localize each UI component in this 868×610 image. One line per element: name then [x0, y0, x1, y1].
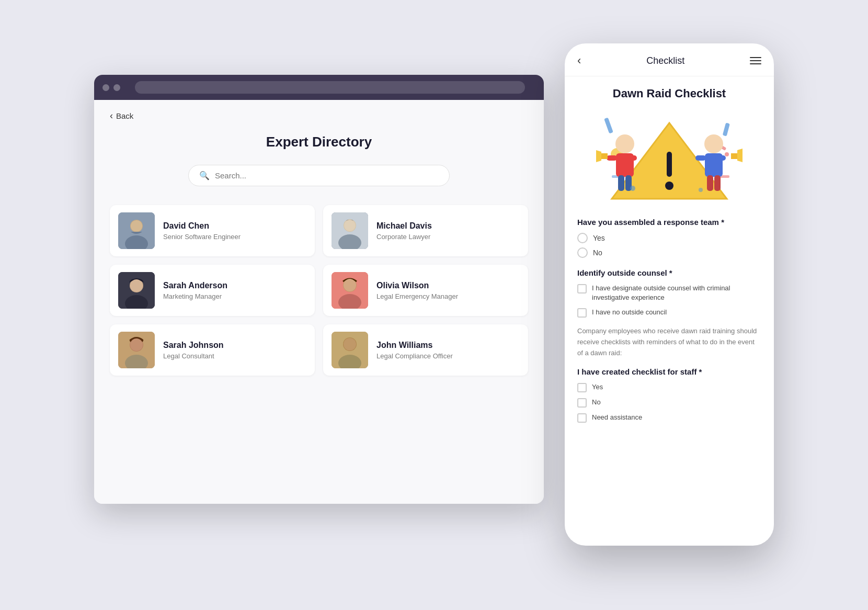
expert-name: Sarah Johnson [163, 341, 306, 350]
checkbox-label-assistance: Need assistance [592, 413, 642, 422]
search-icon: 🔍 [199, 171, 210, 180]
expert-name: Sarah Anderson [163, 281, 306, 290]
page-title: Expert Directory [110, 134, 528, 150]
svg-rect-46 [715, 155, 726, 161]
expert-info-david-chen: David Chen Senior Software Engineer [163, 221, 306, 241]
expert-role: Legal Emergency Manager [376, 292, 520, 300]
search-bar[interactable]: 🔍 [188, 165, 450, 186]
checklist-illustration [577, 111, 761, 205]
expert-card-michael-davis[interactable]: Michael Davis Corporate Lawyer [323, 205, 528, 256]
checkbox-label-yes3: Yes [592, 382, 603, 392]
checkbox-square-2 [577, 308, 587, 318]
expert-name: Olivia Wilson [376, 281, 520, 290]
phone-header: ‹ Checklist [565, 43, 774, 76]
experts-grid: David Chen Senior Software Engineer [110, 205, 528, 376]
checkbox-square-assistance [577, 413, 587, 423]
expert-card-david-chen[interactable]: David Chen Senior Software Engineer [110, 205, 315, 256]
svg-rect-34 [667, 152, 672, 177]
checkbox-label-2: I have no outside council [592, 308, 667, 317]
phone-back-button[interactable]: ‹ [577, 54, 581, 67]
expert-card-sarah-anderson[interactable]: Sarah Anderson Marketing Manager [110, 265, 315, 316]
hamburger-menu[interactable] [750, 57, 761, 64]
expert-role: Legal Consultant [163, 352, 306, 360]
svg-point-3 [131, 220, 142, 232]
svg-rect-39 [618, 175, 624, 191]
radio-label-yes: Yes [593, 234, 605, 242]
browser-window: ‹ Back Expert Directory 🔍 [94, 75, 544, 504]
radio-circle-no [577, 247, 588, 258]
expert-info-john-williams: John Williams Legal Compliance Officer [376, 341, 520, 360]
question1-label: Have you assembled a response team * [577, 218, 761, 227]
browser-content: ‹ Back Expert Directory 🔍 [94, 100, 544, 504]
search-container: 🔍 [110, 165, 528, 186]
question2-label: Identify outside counsel * [577, 268, 761, 277]
svg-rect-26 [604, 117, 613, 133]
checkbox-no-3[interactable]: No [577, 398, 761, 408]
radio-circle-yes [577, 233, 588, 243]
back-arrow-icon: ‹ [110, 110, 113, 121]
expert-info-sarah-johnson: Sarah Johnson Legal Consultant [163, 341, 306, 360]
svg-rect-37 [607, 155, 617, 161]
svg-point-9 [344, 220, 356, 231]
browser-dot-1 [102, 84, 109, 91]
checkbox-option-2[interactable]: I have no outside council [577, 308, 761, 318]
svg-point-17 [344, 279, 356, 291]
avatar-john-williams [332, 332, 368, 368]
menu-line-2 [750, 60, 761, 61]
checkbox-square-no3 [577, 398, 587, 408]
radio-label-no: No [593, 248, 602, 257]
checkbox-assistance-3[interactable]: Need assistance [577, 413, 761, 423]
svg-point-53 [725, 152, 729, 156]
experts-row-2: Sarah Anderson Marketing Manager [110, 265, 528, 316]
info-text: Company employees who receive dawn raid … [577, 326, 761, 358]
browser-titlebar [94, 75, 544, 100]
menu-line-3 [750, 63, 761, 64]
avatar-placeholder [332, 212, 368, 249]
checkbox-yes-3[interactable]: Yes [577, 382, 761, 392]
checklist-title: Dawn Raid Checklist [577, 87, 761, 100]
expert-card-olivia-wilson[interactable]: Olivia Wilson Legal Emergency Manager [323, 265, 528, 316]
svg-marker-41 [596, 150, 601, 162]
experts-row-3: Sarah Johnson Legal Consultant [110, 324, 528, 376]
question3-label: I have created checklist for staff * [577, 367, 761, 376]
checkbox-square-1 [577, 284, 587, 293]
expert-role: Legal Compliance Officer [376, 352, 520, 360]
svg-point-21 [130, 338, 143, 351]
search-input[interactable] [215, 171, 439, 180]
expert-info-sarah-anderson: Sarah Anderson Marketing Manager [163, 281, 306, 300]
svg-rect-50 [731, 153, 737, 159]
checkbox-label-no3: No [592, 398, 601, 407]
menu-line-1 [750, 57, 761, 58]
svg-point-25 [344, 338, 356, 351]
browser-dot-2 [113, 84, 120, 91]
svg-rect-48 [714, 175, 721, 191]
svg-point-43 [704, 134, 723, 153]
back-button[interactable]: ‹ Back [110, 110, 528, 121]
expert-card-john-williams[interactable]: John Williams Legal Compliance Officer [323, 324, 528, 376]
svg-point-52 [699, 188, 703, 192]
svg-point-35 [615, 134, 634, 153]
avatar-sarah-anderson [118, 272, 155, 309]
svg-rect-45 [695, 155, 706, 161]
avatar-michael-davis [332, 212, 368, 249]
checkbox-option-1[interactable]: I have designate outside counsel with cr… [577, 284, 761, 302]
address-bar[interactable] [135, 81, 525, 94]
experts-row-1: David Chen Senior Software Engineer [110, 205, 528, 256]
avatar-placeholder [118, 272, 155, 309]
expert-info-olivia-wilson: Olivia Wilson Legal Emergency Manager [376, 281, 520, 300]
avatar-placeholder [332, 332, 368, 368]
expert-card-sarah-johnson[interactable]: Sarah Johnson Legal Consultant [110, 324, 315, 376]
expert-role: Corporate Lawyer [376, 233, 520, 241]
expert-name: Michael Davis [376, 221, 520, 231]
svg-point-33 [665, 182, 673, 190]
svg-marker-49 [737, 149, 743, 162]
checkbox-square-yes3 [577, 383, 587, 392]
expert-name: John Williams [376, 341, 520, 350]
svg-rect-47 [707, 175, 713, 191]
avatar-david-chen [118, 212, 155, 249]
radio-yes-1[interactable]: Yes [577, 233, 761, 243]
avatar-placeholder [332, 272, 368, 309]
back-label: Back [116, 111, 133, 120]
phone-mockup: ‹ Checklist Dawn Raid Checklist [565, 43, 774, 546]
radio-no-1[interactable]: No [577, 247, 761, 258]
